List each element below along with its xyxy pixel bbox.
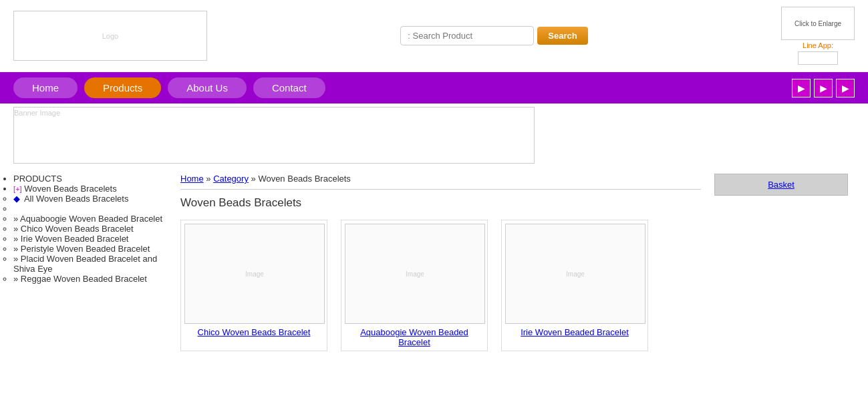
list-item: » Irie Woven Beaded Bracelet [13, 234, 167, 244]
social-icon-3[interactable]: ▶ [836, 79, 855, 97]
basket-col: Basket [714, 174, 855, 351]
nav-products[interactable]: Products [84, 77, 161, 98]
product-name-2[interactable]: Aquaboogie Woven Beaded Bracelet [345, 327, 484, 347]
logo-box: Logo [13, 11, 207, 61]
nav-links: Home Products About Us Contact [13, 77, 325, 98]
category-title: Woven Beads Bracelets [180, 196, 701, 210]
search-input[interactable] [400, 26, 534, 45]
sidebar-placid[interactable]: » Placid Woven Beaded Bracelet and Shiva… [13, 254, 157, 274]
list-item: » Placid Woven Beaded Bracelet and Shiva… [13, 254, 167, 274]
header: Logo Search Click to Enlarge Line App: [0, 0, 868, 72]
product-image-1[interactable]: Image [184, 224, 325, 324]
sidebar: PRODUCTS [+] Woven Beads Bracelets ◆ All… [13, 174, 167, 351]
list-item: » Peristyle Woven Beaded Bracelet [13, 244, 167, 254]
banner: Banner Image [13, 107, 535, 164]
product-name-3[interactable]: Irie Woven Beaded Bracelet [505, 327, 644, 337]
social-icon-2[interactable]: ▶ [814, 79, 833, 97]
content-row: PRODUCTS [+] Woven Beads Bracelets ◆ All… [0, 167, 868, 358]
line-app-label: Line App: [803, 41, 833, 49]
sidebar-main-item[interactable]: [+] Woven Beads Bracelets [13, 184, 117, 194]
social-icons: ▶ ▶ ▶ [792, 79, 855, 97]
product-image-2[interactable]: Image [345, 224, 485, 324]
line-small-img [798, 51, 838, 65]
nav-about[interactable]: About Us [168, 77, 247, 98]
product-card-3: Image Irie Woven Beaded Bracelet [501, 220, 648, 351]
nav-contact[interactable]: Contact [253, 77, 325, 98]
product-card-2: Image Aquaboogie Woven Beaded Bracelet [341, 220, 488, 351]
navbar: Home Products About Us Contact ▶ ▶ ▶ [0, 72, 868, 104]
breadcrumb-current: Woven Beads Bracelets [258, 174, 351, 184]
list-item: ◆ All Woven Beads Bracelets [13, 194, 167, 204]
products-title[interactable]: PRODUCTS [13, 174, 62, 184]
list-item: » Aquaboogie Woven Beaded Bracelet [13, 214, 167, 224]
breadcrumb-category[interactable]: Category [213, 174, 249, 184]
social-icon-1[interactable]: ▶ [792, 79, 811, 97]
sidebar-peristyle[interactable]: » Peristyle Woven Beaded Bracelet [13, 244, 150, 254]
search-button[interactable]: Search [537, 27, 587, 45]
sidebar-woven-label: Woven Beads Bracelets [24, 184, 117, 194]
basket-button[interactable]: Basket [714, 174, 848, 196]
expand-icon: [+] [13, 185, 22, 193]
line-app-area: Click to Enlarge Line App: [781, 7, 855, 65]
center-col: Home » Category » Woven Beads Bracelets … [180, 174, 701, 351]
list-item: » Reggae Woven Beaded Bracelet [13, 274, 167, 284]
nav-home[interactable]: Home [13, 77, 78, 98]
sidebar-all-woven[interactable]: ◆ All Woven Beads Bracelets [13, 194, 128, 204]
breadcrumb-home[interactable]: Home [180, 174, 204, 184]
product-image-3[interactable]: Image [505, 224, 645, 324]
breadcrumb: Home » Category » Woven Beads Bracelets [180, 174, 701, 190]
search-area: Search [400, 26, 587, 45]
sidebar-chico[interactable]: » Chico Woven Beads Bracelet [13, 224, 134, 234]
line-click-box[interactable]: Click to Enlarge [781, 7, 855, 40]
product-name-1[interactable]: Chico Woven Beads Bracelet [184, 327, 323, 337]
product-card-1: Image Chico Woven Beads Bracelet [180, 220, 327, 351]
list-item: » Chico Woven Beads Bracelet [13, 224, 167, 234]
sidebar-irie[interactable]: » Irie Woven Beaded Bracelet [13, 234, 128, 244]
product-grid: Image Chico Woven Beads Bracelet Image A… [180, 220, 701, 351]
line-click-label: Click to Enlarge [794, 20, 841, 27]
sidebar-aquaboogie[interactable]: » Aquaboogie Woven Beaded Bracelet [13, 214, 162, 224]
logo-placeholder: Logo [102, 32, 118, 40]
sidebar-reggae[interactable]: » Reggae Woven Beaded Bracelet [13, 274, 147, 284]
list-item-empty [13, 204, 167, 214]
